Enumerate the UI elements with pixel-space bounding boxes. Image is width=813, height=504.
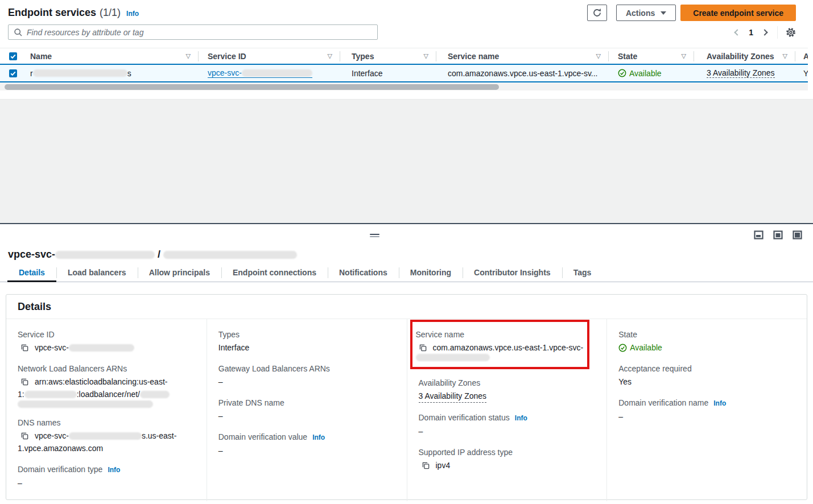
details-pane: vpce-svc- / DetailsLoad balancersAllow p… bbox=[0, 245, 813, 504]
horizontal-scrollbar-thumb[interactable] bbox=[5, 84, 499, 90]
field-acceptance-required: Acceptance requiredYes bbox=[618, 363, 797, 388]
tab-contributor-insights[interactable]: Contributor Insights bbox=[463, 265, 562, 282]
tab-notifications[interactable]: Notifications bbox=[328, 265, 399, 282]
panel-layout-buttons bbox=[754, 230, 802, 239]
service-id-link[interactable]: vpce-svc- bbox=[208, 68, 312, 78]
actions-label: Actions bbox=[626, 9, 655, 18]
column-header-state[interactable]: State▽ bbox=[609, 48, 694, 64]
status-available: Available bbox=[618, 69, 662, 78]
info-link[interactable]: Info bbox=[126, 10, 139, 18]
column-header-label: Availability Zones bbox=[707, 52, 774, 61]
pagination: 1 bbox=[735, 26, 796, 39]
actions-button[interactable]: Actions bbox=[616, 5, 676, 21]
redacted-text bbox=[18, 400, 153, 408]
sort-icon[interactable]: ▽ bbox=[783, 52, 787, 60]
info-link[interactable]: Info bbox=[713, 399, 726, 407]
endpoint-services-table: Name▽Service ID▽Types▽Service name▽State… bbox=[0, 48, 808, 82]
column-header-types[interactable]: Types▽ bbox=[340, 48, 436, 64]
info-link[interactable]: Info bbox=[108, 466, 120, 474]
field-label: Gateway Load Balancers ARNs bbox=[218, 363, 397, 374]
table-row[interactable]: rsvpce-svc-Interfacecom.amazonaws.vpce.u… bbox=[0, 64, 808, 82]
tabs: DetailsLoad balancersAllow principalsEnd… bbox=[0, 265, 813, 282]
field-label: Domain verification statusInfo bbox=[419, 412, 597, 424]
field-service-name: Service namecom.amazonaws.vpce.us-east-1… bbox=[419, 320, 597, 369]
endpoint-services-pane: Endpoint services (1/1) Info Actions Cre… bbox=[0, 0, 813, 223]
sort-icon[interactable]: ▽ bbox=[328, 52, 332, 60]
field-label: Supported IP address type bbox=[419, 447, 597, 458]
field-dns-names: DNS namesvpce-svc-s.us-east-1.vpce.amazo… bbox=[18, 417, 196, 455]
copy-icon[interactable] bbox=[422, 461, 430, 470]
field-value-line: ipv4 bbox=[419, 459, 597, 472]
next-page-icon[interactable] bbox=[761, 29, 767, 35]
copy-icon[interactable] bbox=[20, 378, 29, 386]
refresh-button[interactable] bbox=[587, 5, 607, 21]
field-availability-zones: Availability Zones3 Availability Zones bbox=[419, 377, 597, 403]
availability-zones-link[interactable]: 3 Availability Zones bbox=[419, 390, 487, 403]
field-state: StateAvailable bbox=[618, 329, 797, 354]
sort-icon[interactable]: ▽ bbox=[424, 52, 428, 60]
info-link[interactable]: Info bbox=[312, 433, 325, 441]
field-label-text: Domain verification status bbox=[419, 413, 510, 422]
page-number[interactable]: 1 bbox=[749, 28, 753, 37]
field-value: Interface bbox=[218, 341, 397, 354]
create-endpoint-service-button[interactable]: Create endpoint service bbox=[680, 5, 796, 21]
field-value: – bbox=[218, 375, 397, 388]
split-panel-bottom-icon[interactable] bbox=[754, 230, 764, 239]
field-label: Service ID bbox=[18, 329, 196, 340]
sort-icon[interactable]: ▽ bbox=[682, 52, 686, 60]
field-value-line: 1.vpce.amazonaws.com bbox=[18, 442, 196, 455]
field-label-text: State bbox=[618, 330, 637, 339]
availability-zones-link[interactable]: 3 Availability Zones bbox=[707, 68, 775, 78]
panel-title: vpce-svc- / bbox=[8, 249, 297, 261]
gear-icon[interactable] bbox=[786, 27, 796, 38]
field-value: Available bbox=[618, 341, 797, 354]
redacted-text bbox=[242, 69, 312, 77]
sort-icon[interactable]: ▽ bbox=[186, 52, 191, 60]
details-card: Details Service IDvpce-svc-Network Load … bbox=[6, 294, 807, 500]
tab-tags[interactable]: Tags bbox=[562, 265, 603, 282]
copy-icon[interactable] bbox=[419, 344, 427, 352]
checkbox[interactable] bbox=[9, 52, 17, 60]
field-supported-ip-address-type: Supported IP address typeipv4 bbox=[419, 447, 597, 472]
tab-monitoring[interactable]: Monitoring bbox=[399, 265, 463, 282]
split-panel-divider bbox=[0, 223, 813, 245]
cell-acceptance: Y bbox=[795, 65, 808, 81]
previous-page-icon[interactable] bbox=[734, 29, 741, 35]
redacted-text bbox=[55, 251, 155, 259]
tab-load-balancers[interactable]: Load balancers bbox=[56, 265, 138, 282]
value-text: Interface bbox=[218, 341, 249, 354]
toolbar-divider bbox=[777, 26, 778, 39]
status-label: Available bbox=[630, 341, 662, 354]
column-header-label: Types bbox=[352, 52, 374, 61]
field-label: State bbox=[618, 329, 797, 340]
info-link[interactable]: Info bbox=[515, 414, 527, 422]
horizontal-scrollbar bbox=[0, 83, 808, 90]
column-header-a[interactable]: A bbox=[795, 48, 808, 64]
column-header-service-name[interactable]: Service name▽ bbox=[436, 48, 609, 64]
tab-details[interactable]: Details bbox=[7, 265, 56, 282]
split-panel-full-icon[interactable] bbox=[793, 230, 802, 239]
column-header-name[interactable]: Name▽ bbox=[23, 48, 199, 64]
value-text: 1.vpce.amazonaws.com bbox=[18, 442, 103, 455]
field-label: Acceptance required bbox=[618, 363, 797, 374]
field-value-line: – bbox=[218, 444, 397, 457]
drag-handle[interactable] bbox=[370, 234, 379, 237]
empty-value: – bbox=[218, 410, 223, 422]
field-value: 3 Availability Zones bbox=[419, 390, 597, 403]
cell-name: rs bbox=[23, 65, 199, 81]
column-header-service-id[interactable]: Service ID▽ bbox=[199, 48, 340, 64]
field-value: vpce-svc-s.us-east-1.vpce.amazonaws.com bbox=[18, 429, 196, 455]
checkbox[interactable] bbox=[9, 69, 17, 77]
copy-icon[interactable] bbox=[20, 344, 29, 352]
search-input[interactable]: Find resources by attribute or tag bbox=[8, 24, 378, 40]
tab-allow-principals[interactable]: Allow principals bbox=[138, 265, 221, 282]
column-header-label: State bbox=[618, 52, 637, 61]
empty-value: – bbox=[218, 375, 223, 388]
sort-icon[interactable]: ▽ bbox=[596, 52, 601, 60]
tab-endpoint-connections[interactable]: Endpoint connections bbox=[221, 265, 328, 282]
copy-icon[interactable] bbox=[20, 432, 29, 440]
column-header-availability-zones[interactable]: Availability Zones▽ bbox=[694, 48, 795, 64]
field-value: – bbox=[618, 410, 797, 423]
split-panel-side-icon[interactable] bbox=[773, 230, 783, 239]
field-value-line: Available bbox=[618, 341, 797, 354]
